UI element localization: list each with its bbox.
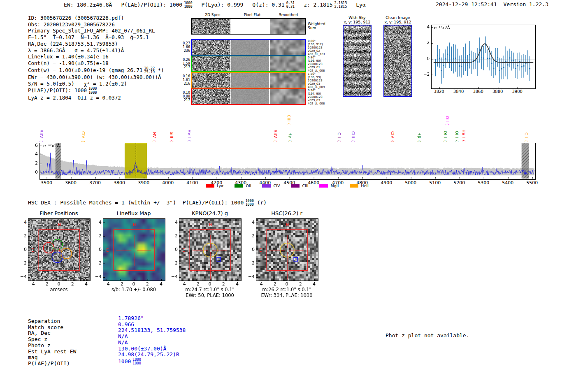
match-value-0: 1.78926" <box>118 315 186 322</box>
fraction-bottom: 2.1815 <box>334 5 347 9</box>
header-segment-1: P(LAE)/P(OII): 100010001000 <box>121 2 192 8</box>
match-value-text: N/A <box>118 339 128 346</box>
cutout-xtick-label: −4 <box>100 281 113 287</box>
full-spectrum-canvas <box>40 143 534 179</box>
fiber-2d-row-3 <box>191 88 306 105</box>
cutout-xtick-label: −2 <box>267 281 279 287</box>
with-sky-coords: x, y: 195, 912 <box>339 20 376 24</box>
fiber-annotation-line: 20200123 <box>308 63 332 66</box>
clean-image-panel <box>383 25 412 97</box>
cutout-title-3: HSC(26.2) r <box>256 210 318 216</box>
info-line-8: Cont(w) = 1.00(±0.90)e-19 (gmag 26.7128.… <box>28 67 164 74</box>
cutout-xlabel-2: m:24.7 rc:1.0" s:0.1" <box>171 287 249 292</box>
col-title-pixel-flat: Pixel Flat <box>238 13 267 17</box>
fiber-annotation-line: 0.96" <box>308 89 332 92</box>
match-label-4: Photo z <box>28 343 76 349</box>
info-line-10: S/N = 5.0(±0.5) χ² = 1.2(±0.2) <box>28 81 164 87</box>
match-label-1: Match score <box>28 325 76 331</box>
cutout-title-1: Lineflux Map <box>103 210 165 216</box>
cutout-ytick-label: 4 <box>17 220 27 225</box>
header-datetime-version: 2024-12-29 12:52:41 Version 1.22.3 <box>436 1 548 7</box>
fiber-2d-row-image <box>192 89 305 104</box>
cutout-image-2 <box>179 219 241 281</box>
legend-swatch <box>262 184 271 188</box>
inset-xtick-label: 3840 <box>450 89 468 94</box>
info-line-10-text: S/N = 5.0(±0.5) χ² = 1.2(±0.2) <box>28 81 127 87</box>
fraction-bottom: 1000 <box>245 203 253 206</box>
cutout-xlabel-1: s/b: 1.70 +/- 0.080 <box>95 287 173 292</box>
fiber-annotation-line: 0.80" <box>308 39 332 43</box>
elixer-report-page: EW: 180.2±46.8ÅP(LAE)/P(OII): 1000100010… <box>0 0 576 392</box>
legend-item-oii: OII <box>235 183 251 188</box>
stacked-fraction: 10001000 <box>245 199 253 206</box>
fiber-annotation-line: (196, 90) <box>308 59 332 63</box>
legend-item-heii: HeII <box>350 183 369 188</box>
header-segment-5: Lyα <box>356 2 365 8</box>
cutout-ytick-label: 0 <box>17 247 27 252</box>
stacked-fraction: 10001000 <box>132 358 141 365</box>
report-datetime: 2024-12-29 12:52:41 <box>436 1 497 7</box>
report-version: Version 1.22.3 <box>503 1 548 7</box>
fiber-row-weights: 0.261.59217 <box>180 58 190 69</box>
legend-swatch <box>235 184 243 188</box>
cutout-xtick-label: 2 <box>217 281 230 287</box>
cutout-footnote-2: EWr: 50, PLAE: 1000 <box>171 292 249 298</box>
info-line-9-text: EWr = 430.00(±390.00) (w: 430.00(±390.00… <box>28 74 161 80</box>
emission-line-label-ciii: CIII { <box>351 131 355 142</box>
cutout-ytick-label: −4 <box>168 274 178 279</box>
spectrum-ylabel: e⁻¹⁷x2Å <box>43 143 60 148</box>
cutout-xtick-label: −2 <box>190 281 202 287</box>
match-label-5: Est LyA rest-EW <box>28 349 76 355</box>
emission-line-label-nv: NV { <box>152 132 157 142</box>
clean-image-coords: x, y: 195, 912 <box>379 20 416 24</box>
with-sky-image <box>344 26 371 96</box>
cutout-xtick-label: 4 <box>155 281 167 287</box>
spectrum-ytick-label: 2 <box>27 160 38 166</box>
info-line-0: ID: 3005678226 (3005678226.pdf) <box>28 15 164 21</box>
stacked-fraction: 2.18152.1815 <box>334 1 347 9</box>
match-label-6: mag <box>28 355 76 361</box>
emission-line-label-civ: CIV { <box>81 131 86 143</box>
fiber-annotation-line: 402_LL_008 <box>308 102 332 105</box>
legend-swatch <box>319 184 328 188</box>
fiber-annotation-line: (195, 912) <box>308 43 332 46</box>
match-label-2: RA, Dec <box>28 330 76 336</box>
cutout-xtick-label: 0 <box>281 281 293 287</box>
cutout-panel-0 <box>28 218 91 281</box>
stacked-fraction: 10001000 <box>184 1 192 9</box>
cutout-title-2: KPNO(24.7) g <box>179 210 241 216</box>
emission-line-label-ciii: CIII ( <box>287 115 291 125</box>
info-line-5-text: λ = 3866.36Å σ = 4.75(±1.41)Å <box>28 47 124 53</box>
fraction-bottom: 1000 <box>88 91 97 95</box>
fiber-row-annotation: 1.56"(196, 99)20200123v029_03402_LL_009 <box>308 72 332 89</box>
cutout-ytick-label: 2 <box>168 233 178 239</box>
col-title-2d-spec: 2D Spec <box>198 13 227 17</box>
fiber-row-annotation: 0.80"(196, 90)20200123v029_01402_LL_008 <box>308 56 332 72</box>
match-value-4: N/A <box>118 340 186 346</box>
line-fit-inset-plot: e⁻¹⁷x2Å <box>431 25 536 89</box>
legend-item-mgii: MgII <box>319 183 339 188</box>
cutout-xtick-label: 2 <box>294 281 307 287</box>
fiber-row-weights: 0.161.61216 <box>180 75 190 86</box>
fraction-bottom: 1000 <box>132 362 141 365</box>
cutout-ytick-label: 4 <box>92 220 102 225</box>
match-value-text: 24.98(24.79,25.22)R <box>118 351 179 357</box>
info-line-7-text: Cont(n) = -1.90(±0.75)e-18 <box>28 60 109 66</box>
cutout-xtick-label: 4 <box>80 281 92 287</box>
info-line-12: LyA z = 2.1804 OII z = 0.0372 <box>28 95 164 101</box>
header-segment-text: EW: 180.2±46.8Å <box>64 2 112 8</box>
fiber-2d-row-0 <box>191 39 306 56</box>
match-value-text: 1.78926" <box>118 315 144 321</box>
info-line-4-text: RA,Dec (224.518753,51.759853) <box>28 41 118 47</box>
cutout-panel-2 <box>179 218 242 281</box>
hsc-dex-match-line: HSC-DEX : Possible Matches = 1 (within +… <box>28 199 267 206</box>
header-segment-0: EW: 180.2±46.8Å <box>64 2 112 8</box>
photz-note: Phot z plot not available. <box>386 332 469 339</box>
stacked-fraction: 10001000 <box>88 87 97 94</box>
emission-line-label-oiii: OIII { <box>443 131 448 142</box>
info-line-0-text: ID: 3005678226 (3005678226.pdf) <box>28 15 124 21</box>
legend-label: CIV <box>273 183 280 188</box>
col-title-smoothed: Smoothed <box>274 13 303 17</box>
cutout-xtick-label: −4 <box>177 281 189 287</box>
detection-info-block: ID: 3005678226 (3005678226.pdf)Obs: 2020… <box>28 15 164 101</box>
